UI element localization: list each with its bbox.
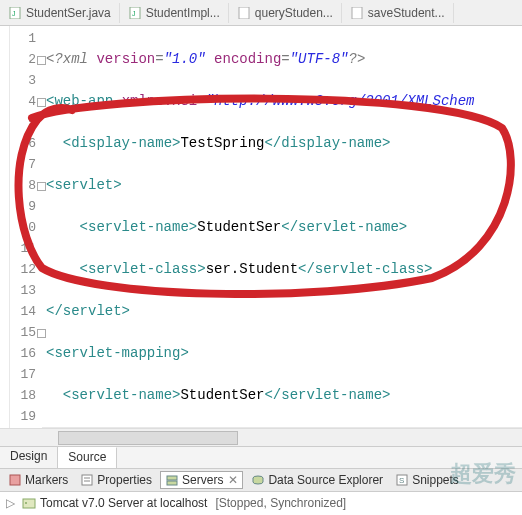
line-number: 2 xyxy=(10,49,36,70)
file-icon xyxy=(350,6,364,20)
svg-text:S: S xyxy=(399,476,404,485)
file-icon xyxy=(237,6,251,20)
svg-rect-7 xyxy=(82,475,92,485)
tab-label: saveStudent... xyxy=(368,6,445,20)
code-line: <web-app xmlns:xsi="http://www.w3.org/20… xyxy=(42,91,522,112)
tab-studentser[interactable]: J StudentSer.java xyxy=(0,3,120,23)
svg-rect-6 xyxy=(10,475,20,485)
line-number: 9 xyxy=(10,196,36,217)
line-number: 16 xyxy=(10,343,36,364)
tomcat-icon xyxy=(22,496,36,510)
code-area[interactable]: <?xml version="1.0" encoding="UTF-8"?> <… xyxy=(42,26,522,428)
line-number: 8 xyxy=(10,175,36,196)
svg-rect-10 xyxy=(167,476,177,480)
svg-rect-5 xyxy=(352,7,362,19)
view-label: Properties xyxy=(97,473,152,487)
line-number: 13 xyxy=(10,280,36,301)
fold-bar xyxy=(0,26,10,428)
svg-rect-15 xyxy=(23,499,35,508)
view-properties[interactable]: Properties xyxy=(76,472,156,488)
view-snippets[interactable]: S Snippets xyxy=(391,472,463,488)
line-number: 11 xyxy=(10,238,36,259)
line-number: 18 xyxy=(10,385,36,406)
code-line: <servlet-class>ser.Student</servlet-clas… xyxy=(42,259,522,280)
code-line: <display-name>TestSpring</display-name> xyxy=(42,133,522,154)
code-line: <servlet-mapping> xyxy=(42,343,522,364)
svg-text:J: J xyxy=(132,10,136,17)
line-number: 17 xyxy=(10,364,36,385)
line-number: 1 xyxy=(10,28,36,49)
code-line: <url-pattern>/StudentSer</url-pattern> xyxy=(42,427,522,428)
line-number: 12 xyxy=(10,259,36,280)
editor-mode-tabs: Design Source xyxy=(0,446,522,468)
line-number: 10 xyxy=(10,217,36,238)
snippets-icon: S xyxy=(395,473,409,487)
horizontal-scrollbar[interactable] xyxy=(0,428,522,446)
view-markers[interactable]: Markers xyxy=(4,472,72,488)
tab-label: StudentImpl... xyxy=(146,6,220,20)
tab-studentimpl[interactable]: J StudentImpl... xyxy=(120,3,229,23)
code-line: </servlet> xyxy=(42,301,522,322)
svg-text:J: J xyxy=(12,10,16,17)
line-number: 3 xyxy=(10,70,36,91)
close-icon[interactable]: ✕ xyxy=(228,473,238,487)
line-number: 5 xyxy=(10,112,36,133)
view-datasource[interactable]: Data Source Explorer xyxy=(247,472,387,488)
line-number: 14 xyxy=(10,301,36,322)
java-file-icon: J xyxy=(128,6,142,20)
properties-icon xyxy=(80,473,94,487)
line-gutter: 1 2 3 4 5 6 7 8 9 10 11 12 13 14 15 16 1… xyxy=(10,26,42,428)
view-label: Markers xyxy=(25,473,68,487)
line-number: 7 xyxy=(10,154,36,175)
tab-source[interactable]: Source xyxy=(58,447,117,468)
code-line: <?xml version="1.0" encoding="UTF-8"?> xyxy=(42,49,522,70)
servers-icon xyxy=(165,473,179,487)
java-file-icon: J xyxy=(8,6,22,20)
markers-icon xyxy=(8,473,22,487)
tab-savestudent[interactable]: saveStudent... xyxy=(342,3,454,23)
view-label: Servers xyxy=(182,473,223,487)
code-line: <servlet-name>StudentSer</servlet-name> xyxy=(42,217,522,238)
views-bar: Markers Properties Servers ✕ Data Source… xyxy=(0,468,522,492)
line-number: 15 xyxy=(10,322,36,343)
server-name: Tomcat v7.0 Server at localhost xyxy=(40,496,207,510)
code-line: <servlet-name>StudentSer</servlet-name> xyxy=(42,385,522,406)
line-number: 6 xyxy=(10,133,36,154)
tab-label: queryStuden... xyxy=(255,6,333,20)
editor-tabs: J StudentSer.java J StudentImpl... query… xyxy=(0,0,522,26)
view-servers[interactable]: Servers ✕ xyxy=(160,471,243,489)
svg-rect-11 xyxy=(167,481,177,485)
view-label: Snippets xyxy=(412,473,459,487)
code-editor[interactable]: 1 2 3 4 5 6 7 8 9 10 11 12 13 14 15 16 1… xyxy=(0,26,522,428)
scroll-thumb[interactable] xyxy=(58,431,238,445)
server-row[interactable]: ▷ Tomcat v7.0 Server at localhost [Stopp… xyxy=(0,492,522,514)
line-number: 4 xyxy=(10,91,36,112)
code-line: <servlet> xyxy=(42,175,522,196)
server-status: [Stopped, Synchronized] xyxy=(215,496,346,510)
view-label: Data Source Explorer xyxy=(268,473,383,487)
tab-design[interactable]: Design xyxy=(0,447,58,468)
expand-arrow-icon[interactable]: ▷ xyxy=(6,496,18,510)
tab-label: StudentSer.java xyxy=(26,6,111,20)
datasource-icon xyxy=(251,473,265,487)
svg-point-16 xyxy=(25,502,27,504)
line-number: 19 xyxy=(10,406,36,427)
svg-rect-4 xyxy=(239,7,249,19)
tab-querystudent[interactable]: queryStuden... xyxy=(229,3,342,23)
